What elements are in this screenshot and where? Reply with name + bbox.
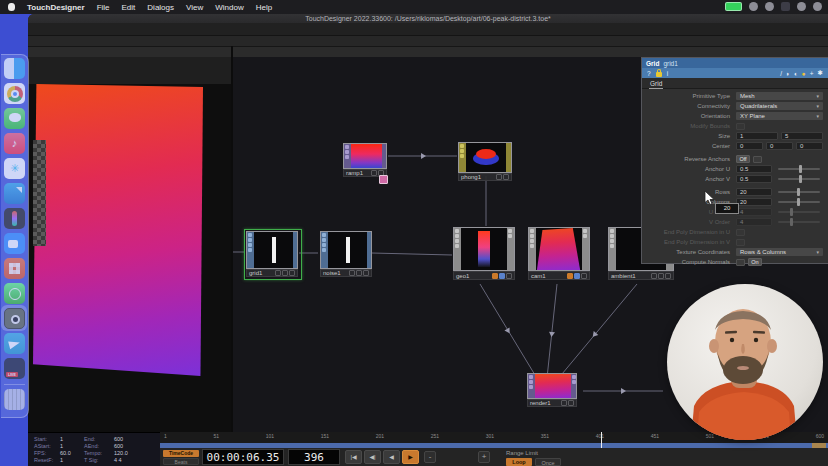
status-icon-2[interactable] [765, 2, 774, 11]
node-flags[interactable] [344, 144, 351, 168]
v-order-slider[interactable] [778, 221, 820, 223]
settings-icon[interactable]: ✱ [818, 69, 823, 77]
tab-grid[interactable]: Grid [649, 80, 663, 89]
language-icon[interactable]: ● [802, 70, 806, 77]
node-label-ambient1[interactable]: ambient1 [608, 271, 674, 280]
menu-dialogs[interactable]: Dialogs [147, 3, 174, 12]
apple-icon[interactable] [8, 3, 15, 11]
status-icon-1[interactable] [749, 2, 758, 11]
node-label-geo1[interactable]: geo1 [453, 271, 515, 280]
top-viewer-pane[interactable] [28, 57, 231, 432]
u-order-slider[interactable] [778, 211, 820, 213]
frame-display[interactable]: 396 [288, 449, 340, 465]
node-flags[interactable] [528, 374, 535, 398]
node-geo1[interactable] [453, 227, 515, 271]
rendered-image [33, 84, 203, 376]
connectivity-dropdown[interactable]: Quadrilaterals [736, 102, 823, 110]
end-poly-v-toggle[interactable] [736, 239, 745, 246]
jump-to-start-button[interactable]: |◀ [345, 450, 362, 464]
timecode-display[interactable]: 00:00:06.35 [202, 449, 284, 465]
node-label-grid1[interactable]: grid1 [246, 269, 298, 277]
node-grid1[interactable] [246, 231, 298, 269]
anchor-v-field[interactable]: 0.5 [736, 175, 772, 183]
playhead[interactable] [601, 432, 602, 448]
texture-coordinates-dropdown[interactable]: Rows & Columns [736, 248, 823, 256]
modify-bounds-toggle[interactable] [736, 123, 745, 130]
render1-preview [535, 374, 571, 398]
center-x-field[interactable]: 0 [736, 142, 763, 150]
columns-slider[interactable] [778, 201, 820, 203]
compute-normals-box[interactable] [736, 259, 745, 266]
timeline-info-row: AStart:1 AEnd:600 [34, 442, 160, 449]
menu-help[interactable]: Help [256, 3, 272, 12]
node-phong1[interactable] [458, 142, 512, 173]
display-icon[interactable] [781, 2, 790, 11]
info-icon[interactable]: i [667, 70, 668, 77]
help-icon[interactable]: ? [647, 70, 651, 77]
node-label-noise1[interactable]: noise1 [320, 269, 372, 277]
node-label-render1[interactable]: render1 [527, 399, 577, 407]
reverse-anchors-box[interactable] [753, 156, 762, 163]
node-render1[interactable] [527, 373, 577, 399]
size-x-field[interactable]: 1 [736, 132, 778, 140]
menu-window[interactable]: Window [215, 3, 243, 12]
center-z-field[interactable]: 0 [796, 142, 823, 150]
rows-field[interactable]: 20 [736, 188, 772, 196]
chevron-down-icon [816, 103, 819, 109]
node-noise1[interactable] [320, 231, 372, 269]
columns-field[interactable]: 20 [736, 198, 772, 206]
zoom-out-button[interactable]: - [424, 451, 436, 463]
rows-slider[interactable] [778, 191, 820, 193]
zoom-in-button[interactable]: + [478, 451, 490, 463]
value-tooltip: 20 [715, 203, 739, 214]
node-flags[interactable] [609, 228, 616, 270]
node-flags[interactable] [321, 232, 328, 268]
size-y-field[interactable]: 5 [781, 132, 823, 140]
beats-mode-button[interactable]: Beats [163, 458, 199, 465]
add-parameter-icon[interactable]: + [810, 70, 814, 77]
timecode-mode-button[interactable]: TimeCode [163, 450, 199, 457]
menu-app-name[interactable]: TouchDesigner [27, 3, 85, 12]
orientation-dropdown[interactable]: XY Plane [736, 112, 823, 120]
operator-name-field[interactable]: grid1 [663, 60, 677, 67]
loop-button[interactable]: Loop [506, 458, 532, 466]
chevron-down-icon [816, 93, 819, 99]
step-back-button[interactable]: ◀| [364, 450, 381, 464]
anchor-u-field[interactable]: 0.5 [736, 165, 772, 173]
node-flags[interactable] [247, 232, 254, 268]
control-center-icon[interactable] [797, 2, 806, 11]
v-order-field[interactable]: 4 [736, 218, 772, 226]
node-flags[interactable] [459, 143, 466, 172]
node-flags[interactable] [454, 228, 461, 270]
node-flags[interactable] [529, 228, 536, 270]
play-reverse-button[interactable]: ◀ [383, 450, 400, 464]
anchor-u-slider[interactable] [778, 168, 820, 170]
menu-file[interactable]: File [97, 3, 110, 12]
mode-toggle-icon[interactable]: ◐ [794, 70, 798, 77]
battery-icon[interactable] [725, 2, 742, 11]
anchor-v-slider[interactable] [778, 178, 820, 180]
play-button[interactable]: ▶ [402, 450, 419, 464]
parameter-dialog-titlebar[interactable]: Grid grid1 [642, 58, 828, 68]
compute-normals-toggle[interactable]: On [748, 258, 762, 266]
ramp1-badge[interactable] [379, 175, 388, 184]
node-cam1[interactable] [528, 227, 590, 271]
center-y-field[interactable]: 0 [766, 142, 793, 150]
comment-icon[interactable]: ◗ [786, 70, 790, 77]
presenter-portrait [667, 284, 823, 440]
node-label-cam1[interactable]: cam1 [528, 271, 590, 280]
node-label-phong1[interactable]: phong1 [458, 173, 512, 181]
param-row-v-order: V Order 4 [642, 217, 828, 227]
expression-icon[interactable]: / [780, 70, 782, 77]
once-button[interactable]: Once [535, 458, 561, 466]
pane-splitter[interactable] [231, 46, 233, 432]
node-ramp1[interactable] [343, 143, 387, 169]
info-icon[interactable] [813, 2, 822, 11]
lock-icon[interactable] [656, 72, 662, 77]
reverse-anchors-toggle[interactable]: Off [736, 155, 750, 163]
end-poly-u-toggle[interactable] [736, 229, 745, 236]
u-order-field[interactable]: 4 [736, 208, 772, 216]
menu-edit[interactable]: Edit [122, 3, 136, 12]
primitive-type-dropdown[interactable]: Mesh [736, 92, 823, 100]
menu-view[interactable]: View [186, 3, 203, 12]
